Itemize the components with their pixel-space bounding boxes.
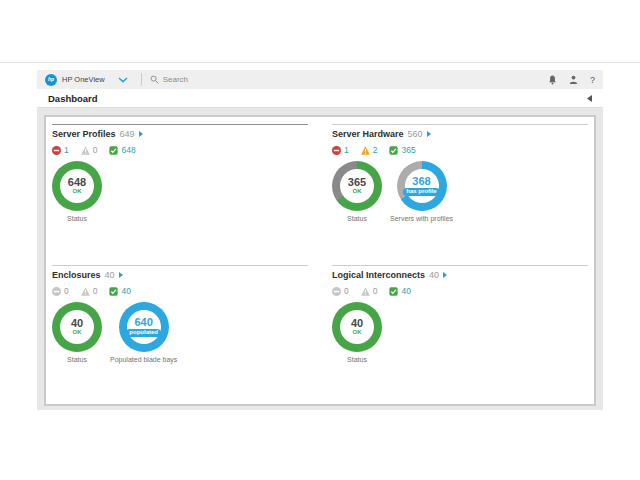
stat-count[interactable]: 648 [121, 145, 135, 155]
collapse-left-icon[interactable] [587, 95, 592, 102]
donut-center: 640 populated [127, 310, 161, 344]
stat-count[interactable]: 40 [401, 286, 410, 296]
donut-label: Status [67, 215, 87, 222]
status-donut[interactable]: 648 OK Status [52, 161, 102, 222]
chevron-right-icon[interactable] [139, 131, 143, 137]
stat-count[interactable]: 0 [64, 286, 69, 296]
panel-count[interactable]: 40 [429, 270, 439, 280]
chevron-right-icon[interactable] [427, 131, 431, 137]
stat-count[interactable]: 0 [93, 145, 98, 155]
panel-count[interactable]: 560 [408, 129, 423, 139]
panel-server-hardware: Server Hardware 560 1 2 365 [332, 121, 588, 222]
donut-row: 40 OK Status 640 populated [52, 302, 308, 363]
stat-count[interactable]: 0 [93, 286, 98, 296]
stat-ok[interactable]: 40 [389, 286, 410, 296]
status-donut[interactable]: 365 OK Status [332, 161, 382, 222]
section-divider [332, 124, 588, 125]
stat-critical[interactable]: 1 [52, 145, 69, 155]
stat-warning[interactable]: 0 [361, 286, 378, 296]
search-input[interactable]: Search [163, 75, 188, 84]
donut-value: 40 [351, 318, 363, 330]
status-donut[interactable]: 40 OK Status [52, 302, 102, 363]
section-header: Server Hardware 560 [332, 129, 588, 139]
warning-icon [361, 287, 370, 296]
ok-icon [109, 146, 118, 155]
stat-count[interactable]: 0 [344, 286, 349, 296]
section-header: Server Profiles 649 [52, 129, 308, 139]
donut-center: 40 OK [340, 310, 374, 344]
donut-chart[interactable]: 368 has profile [397, 161, 447, 211]
panel-title-link[interactable]: Logical Interconnects [332, 270, 425, 280]
chevron-right-icon[interactable] [119, 272, 123, 278]
donut-sub: OK [353, 329, 362, 336]
page-title: Dashboard [48, 93, 98, 104]
page-top-divider [0, 62, 640, 63]
app-name[interactable]: HP OneView [62, 75, 105, 84]
panel-title-link[interactable]: Server Profiles [52, 129, 116, 139]
panel-title-link[interactable]: Enclosures [52, 270, 101, 280]
donut-center: 368 has profile [405, 169, 439, 203]
hp-logo-icon[interactable]: hp [45, 74, 57, 86]
donut-chart[interactable]: 40 OK [52, 302, 102, 352]
donut-chart[interactable]: 40 OK [332, 302, 382, 352]
status-summary: 1 2 365 [332, 145, 588, 155]
donut-value: 648 [68, 177, 86, 189]
donut-label: Populated blade bays [110, 356, 177, 363]
profiles-donut[interactable]: 368 has profile Servers with profiles [390, 161, 453, 222]
donut-label: Status [347, 356, 367, 363]
donut-sub: OK [73, 188, 82, 195]
stat-ok[interactable]: 648 [109, 145, 135, 155]
stat-count[interactable]: 2 [373, 145, 378, 155]
stat-ok[interactable]: 40 [109, 286, 130, 296]
dashboard-panel: Server Profiles 649 1 0 648 [44, 115, 596, 406]
stat-count[interactable]: 0 [373, 286, 378, 296]
panel-count[interactable]: 649 [120, 129, 135, 139]
donut-center: 648 OK [60, 169, 94, 203]
panel-title-link[interactable]: Server Hardware [332, 129, 404, 139]
stat-count[interactable]: 40 [121, 286, 130, 296]
user-icon[interactable] [569, 75, 578, 84]
warning-icon [81, 146, 90, 155]
help-icon[interactable]: ? [590, 75, 595, 85]
stat-critical[interactable]: 0 [332, 286, 349, 296]
donut-sub: has profile [403, 188, 439, 196]
donut-chart[interactable]: 365 OK [332, 161, 382, 211]
status-donut[interactable]: 40 OK Status [332, 302, 382, 363]
donut-chart[interactable]: 648 OK [52, 161, 102, 211]
hp-oneview-window: hp HP OneView Search ? Dashboard [37, 70, 603, 410]
donut-chart[interactable]: 640 populated [119, 302, 169, 352]
warning-icon [81, 287, 90, 296]
search-icon [150, 75, 159, 84]
panel-enclosures: Enclosures 40 0 0 40 [52, 262, 308, 363]
stat-count[interactable]: 365 [401, 145, 415, 155]
bell-icon[interactable] [548, 75, 557, 85]
stat-critical[interactable]: 1 [332, 145, 349, 155]
blade-bays-donut[interactable]: 640 populated Populated blade bays [110, 302, 177, 363]
chevron-down-icon[interactable] [118, 77, 128, 83]
donut-value: 640 [134, 317, 152, 329]
stat-count[interactable]: 1 [344, 145, 349, 155]
critical-icon [332, 287, 341, 296]
section-header: Logical Interconnects 40 [332, 270, 588, 280]
chevron-right-icon[interactable] [443, 272, 447, 278]
status-summary: 0 0 40 [332, 286, 588, 296]
stat-warning[interactable]: 0 [81, 286, 98, 296]
donut-row: 365 OK Status 368 has profile [332, 161, 588, 222]
ok-icon [389, 146, 398, 155]
hp-logo-text: hp [48, 77, 54, 82]
donut-sub: populated [126, 329, 161, 337]
donut-value: 40 [71, 318, 83, 330]
page-bar: Dashboard [37, 89, 603, 108]
stat-warning[interactable]: 0 [81, 145, 98, 155]
stat-count[interactable]: 1 [64, 145, 69, 155]
stat-warning[interactable]: 2 [361, 145, 378, 155]
donut-value: 368 [412, 176, 430, 188]
stat-ok[interactable]: 365 [389, 145, 415, 155]
panel-count[interactable]: 40 [105, 270, 115, 280]
panel-logical-interconnects: Logical Interconnects 40 0 0 40 [332, 262, 588, 363]
donut-sub: OK [353, 188, 362, 195]
section-divider [52, 265, 308, 266]
ok-icon [109, 287, 118, 296]
donut-row: 40 OK Status [332, 302, 588, 363]
stat-critical[interactable]: 0 [52, 286, 69, 296]
